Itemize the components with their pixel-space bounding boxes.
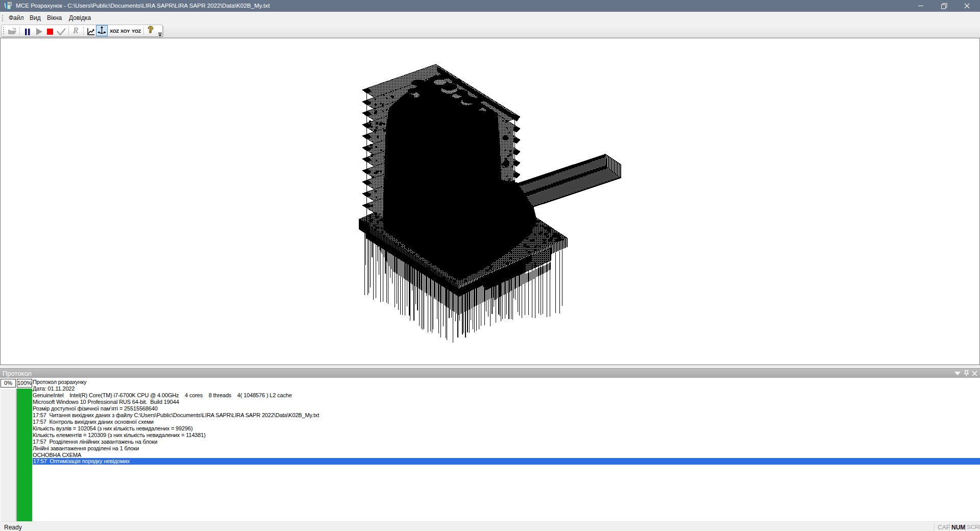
svg-text:22: 22 [8,2,12,6]
